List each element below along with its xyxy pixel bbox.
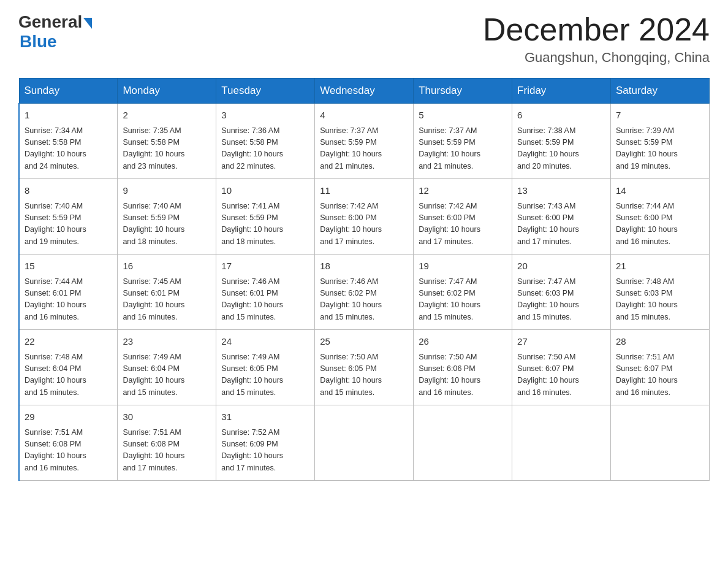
calendar-cell: 13 Sunrise: 7:43 AM Sunset: 6:00 PM Dayl… <box>512 179 611 255</box>
calendar-week-row: 1 Sunrise: 7:34 AM Sunset: 5:58 PM Dayli… <box>19 104 710 179</box>
calendar-cell: 9 Sunrise: 7:40 AM Sunset: 5:59 PM Dayli… <box>118 179 216 255</box>
calendar-cell: 16 Sunrise: 7:45 AM Sunset: 6:01 PM Dayl… <box>118 255 216 330</box>
calendar-cell: 27 Sunrise: 7:50 AM Sunset: 6:07 PM Dayl… <box>512 330 611 405</box>
day-info: Sunrise: 7:37 AM Sunset: 5:59 PM Dayligh… <box>419 125 507 173</box>
day-info: Sunrise: 7:47 AM Sunset: 6:03 PM Dayligh… <box>517 276 605 324</box>
day-number: 1 <box>25 109 112 123</box>
calendar-cell <box>315 405 414 481</box>
day-number: 11 <box>320 184 408 198</box>
calendar-cell: 31 Sunrise: 7:52 AM Sunset: 6:09 PM Dayl… <box>216 405 315 481</box>
calendar-cell <box>512 405 611 481</box>
day-number: 21 <box>616 259 704 274</box>
day-number: 8 <box>25 184 112 198</box>
day-of-week-header: Wednesday <box>315 79 414 104</box>
day-info: Sunrise: 7:42 AM Sunset: 6:00 PM Dayligh… <box>419 201 507 248</box>
day-info: Sunrise: 7:51 AM Sunset: 6:07 PM Dayligh… <box>616 351 704 399</box>
day-number: 14 <box>616 184 704 198</box>
calendar-week-row: 22 Sunrise: 7:48 AM Sunset: 6:04 PM Dayl… <box>19 330 710 405</box>
calendar-cell: 21 Sunrise: 7:48 AM Sunset: 6:03 PM Dayl… <box>611 255 710 330</box>
day-number: 7 <box>616 109 704 123</box>
calendar-cell <box>611 405 710 481</box>
calendar-cell: 29 Sunrise: 7:51 AM Sunset: 6:08 PM Dayl… <box>19 405 118 481</box>
day-info: Sunrise: 7:49 AM Sunset: 6:04 PM Dayligh… <box>123 351 211 399</box>
day-number: 18 <box>320 259 408 274</box>
calendar-cell: 26 Sunrise: 7:50 AM Sunset: 6:06 PM Dayl… <box>414 330 512 405</box>
month-title: December 2024 <box>483 12 710 47</box>
day-info: Sunrise: 7:46 AM Sunset: 6:02 PM Dayligh… <box>320 276 408 324</box>
day-of-week-header: Friday <box>512 79 611 104</box>
day-info: Sunrise: 7:50 AM Sunset: 6:06 PM Dayligh… <box>419 351 507 399</box>
day-number: 5 <box>419 109 507 123</box>
day-info: Sunrise: 7:39 AM Sunset: 5:59 PM Dayligh… <box>616 125 704 173</box>
page-header: General Blue December 2024 Guangshun, Ch… <box>18 12 710 66</box>
calendar-cell: 23 Sunrise: 7:49 AM Sunset: 6:04 PM Dayl… <box>118 330 216 405</box>
day-number: 12 <box>419 184 507 198</box>
day-info: Sunrise: 7:47 AM Sunset: 6:02 PM Dayligh… <box>419 276 507 324</box>
day-info: Sunrise: 7:52 AM Sunset: 6:09 PM Dayligh… <box>221 427 309 475</box>
day-number: 23 <box>123 335 211 349</box>
calendar-header-row: SundayMondayTuesdayWednesdayThursdayFrid… <box>19 79 710 104</box>
day-number: 15 <box>25 259 112 274</box>
calendar-cell: 4 Sunrise: 7:37 AM Sunset: 5:59 PM Dayli… <box>315 104 414 179</box>
day-info: Sunrise: 7:50 AM Sunset: 6:05 PM Dayligh… <box>320 351 408 399</box>
day-number: 26 <box>419 335 507 349</box>
logo-general-text: General <box>18 12 82 32</box>
day-info: Sunrise: 7:46 AM Sunset: 6:01 PM Dayligh… <box>221 276 309 324</box>
title-section: December 2024 Guangshun, Chongqing, Chin… <box>483 12 710 66</box>
calendar-cell: 8 Sunrise: 7:40 AM Sunset: 5:59 PM Dayli… <box>19 179 118 255</box>
day-info: Sunrise: 7:44 AM Sunset: 6:00 PM Dayligh… <box>616 201 704 248</box>
day-info: Sunrise: 7:35 AM Sunset: 5:58 PM Dayligh… <box>123 125 211 173</box>
day-number: 27 <box>517 335 605 349</box>
day-info: Sunrise: 7:48 AM Sunset: 6:04 PM Dayligh… <box>25 351 112 399</box>
calendar-cell: 18 Sunrise: 7:46 AM Sunset: 6:02 PM Dayl… <box>315 255 414 330</box>
day-number: 3 <box>221 109 309 123</box>
day-of-week-header: Thursday <box>414 79 512 104</box>
day-info: Sunrise: 7:48 AM Sunset: 6:03 PM Dayligh… <box>616 276 704 324</box>
calendar-cell: 1 Sunrise: 7:34 AM Sunset: 5:58 PM Dayli… <box>19 104 118 179</box>
day-info: Sunrise: 7:43 AM Sunset: 6:00 PM Dayligh… <box>517 201 605 248</box>
day-info: Sunrise: 7:45 AM Sunset: 6:01 PM Dayligh… <box>123 276 211 324</box>
day-number: 31 <box>221 410 309 424</box>
calendar-cell: 24 Sunrise: 7:49 AM Sunset: 6:05 PM Dayl… <box>216 330 315 405</box>
calendar-cell: 19 Sunrise: 7:47 AM Sunset: 6:02 PM Dayl… <box>414 255 512 330</box>
calendar-cell: 22 Sunrise: 7:48 AM Sunset: 6:04 PM Dayl… <box>19 330 118 405</box>
calendar-cell: 3 Sunrise: 7:36 AM Sunset: 5:58 PM Dayli… <box>216 104 315 179</box>
day-info: Sunrise: 7:49 AM Sunset: 6:05 PM Dayligh… <box>221 351 309 399</box>
calendar-cell: 28 Sunrise: 7:51 AM Sunset: 6:07 PM Dayl… <box>611 330 710 405</box>
calendar-cell: 15 Sunrise: 7:44 AM Sunset: 6:01 PM Dayl… <box>19 255 118 330</box>
day-of-week-header: Sunday <box>19 79 118 104</box>
day-number: 10 <box>221 184 309 198</box>
day-number: 20 <box>517 259 605 274</box>
day-number: 2 <box>123 109 211 123</box>
day-of-week-header: Monday <box>118 79 216 104</box>
day-info: Sunrise: 7:41 AM Sunset: 5:59 PM Dayligh… <box>221 201 309 248</box>
calendar-cell: 2 Sunrise: 7:35 AM Sunset: 5:58 PM Dayli… <box>118 104 216 179</box>
calendar-cell: 11 Sunrise: 7:42 AM Sunset: 6:00 PM Dayl… <box>315 179 414 255</box>
day-number: 24 <box>221 335 309 349</box>
day-info: Sunrise: 7:40 AM Sunset: 5:59 PM Dayligh… <box>123 201 211 248</box>
calendar-cell: 5 Sunrise: 7:37 AM Sunset: 5:59 PM Dayli… <box>414 104 512 179</box>
day-number: 17 <box>221 259 309 274</box>
logo-arrow-icon <box>83 18 92 29</box>
calendar-cell: 10 Sunrise: 7:41 AM Sunset: 5:59 PM Dayl… <box>216 179 315 255</box>
location: Guangshun, Chongqing, China <box>483 50 710 66</box>
day-number: 28 <box>616 335 704 349</box>
calendar-cell: 14 Sunrise: 7:44 AM Sunset: 6:00 PM Dayl… <box>611 179 710 255</box>
calendar-week-row: 15 Sunrise: 7:44 AM Sunset: 6:01 PM Dayl… <box>19 255 710 330</box>
day-info: Sunrise: 7:42 AM Sunset: 6:00 PM Dayligh… <box>320 201 408 248</box>
day-number: 16 <box>123 259 211 274</box>
calendar-cell: 6 Sunrise: 7:38 AM Sunset: 5:59 PM Dayli… <box>512 104 611 179</box>
calendar-table: SundayMondayTuesdayWednesdayThursdayFrid… <box>18 78 710 481</box>
day-info: Sunrise: 7:37 AM Sunset: 5:59 PM Dayligh… <box>320 125 408 173</box>
day-number: 19 <box>419 259 507 274</box>
day-info: Sunrise: 7:50 AM Sunset: 6:07 PM Dayligh… <box>517 351 605 399</box>
day-number: 6 <box>517 109 605 123</box>
calendar-week-row: 8 Sunrise: 7:40 AM Sunset: 5:59 PM Dayli… <box>19 179 710 255</box>
day-number: 13 <box>517 184 605 198</box>
calendar-cell: 12 Sunrise: 7:42 AM Sunset: 6:00 PM Dayl… <box>414 179 512 255</box>
day-info: Sunrise: 7:44 AM Sunset: 6:01 PM Dayligh… <box>25 276 112 324</box>
day-number: 4 <box>320 109 408 123</box>
calendar-cell: 30 Sunrise: 7:51 AM Sunset: 6:08 PM Dayl… <box>118 405 216 481</box>
day-info: Sunrise: 7:34 AM Sunset: 5:58 PM Dayligh… <box>25 125 112 173</box>
calendar-cell <box>414 405 512 481</box>
